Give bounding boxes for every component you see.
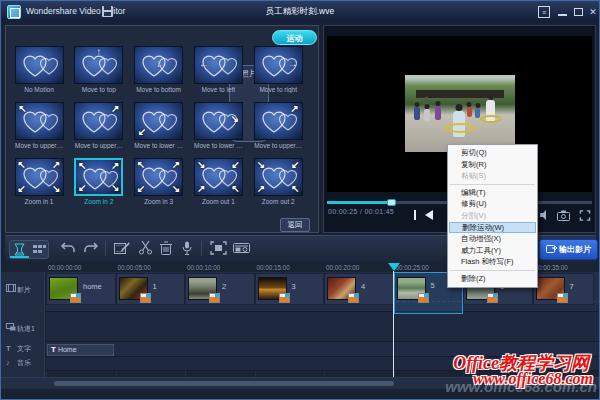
- motion-effects-panel: 照片运动 No Motion↑Move to top↓Move to botto…: [5, 25, 319, 233]
- effect-thumbnail[interactable]: ↖: [15, 102, 64, 140]
- delete-trash-icon[interactable]: [160, 241, 172, 255]
- undo-icon[interactable]: [61, 241, 76, 254]
- timeline-clip-home[interactable]: home: [46, 273, 116, 305]
- effect-thumbnail[interactable]: ↘↙↗↖: [194, 158, 243, 196]
- effect-thumbnail[interactable]: ↖↗↙↘: [134, 158, 183, 196]
- effect-label: Move to lower …: [190, 142, 246, 149]
- window-menu-icon[interactable]: ≡: [538, 6, 550, 18]
- menu-item[interactable]: 复制(R): [448, 159, 537, 171]
- fullscreen-icon[interactable]: [579, 210, 591, 221]
- storyboard-view-button[interactable]: [30, 241, 49, 258]
- motion-arrow-icon: ↙: [138, 127, 146, 137]
- text-track[interactable]: [46, 342, 600, 357]
- pip-track[interactable]: [46, 312, 600, 342]
- ruler-label: 00:00:25:00: [396, 264, 429, 271]
- timeline-clip-2[interactable]: 2: [185, 273, 255, 305]
- volume-icon[interactable]: [540, 210, 551, 220]
- transition-badge-icon: [348, 293, 359, 303]
- ruler-label: 00:00:35:00: [535, 264, 568, 271]
- effect-thumbnail[interactable]: ↑: [74, 46, 123, 84]
- pip-icon[interactable]: [210, 241, 227, 255]
- effect-thumbnail[interactable]: ↘: [194, 102, 243, 140]
- clip-label: 3: [292, 282, 296, 291]
- close-button[interactable]: ✕: [587, 6, 599, 18]
- minimize-button[interactable]: [556, 6, 568, 18]
- clip-label: home: [83, 282, 102, 291]
- menu-item[interactable]: 删除(Z): [448, 273, 537, 285]
- playhead-handle[interactable]: [388, 263, 400, 271]
- effect-thumbnail[interactable]: →: [254, 46, 303, 84]
- ruler-label: 00:00:05:00: [118, 264, 151, 271]
- menu-item[interactable]: 威力工具(Y): [448, 245, 537, 257]
- motion-arrow-icon: ↗: [197, 184, 205, 194]
- record-microphone-icon[interactable]: [182, 241, 192, 256]
- music-track[interactable]: [46, 357, 600, 371]
- effect-thumbnail[interactable]: ↙: [134, 102, 183, 140]
- motion-arrow-icon: ↙: [137, 184, 145, 194]
- effect-move-to-lower-[interactable]: ↙Move to lower …: [131, 102, 187, 149]
- track-name: 影片: [17, 286, 31, 293]
- effect-move-to-lower-[interactable]: ↘Move to lower …: [190, 102, 246, 149]
- back-button[interactable]: 返回: [280, 218, 310, 232]
- effect-no-motion[interactable]: No Motion: [11, 46, 67, 93]
- clip-thumbnail: [49, 277, 78, 300]
- effect-zoom-in-3[interactable]: ↖↗↙↘Zoom in 3: [131, 158, 187, 205]
- effect-move-to-upper-[interactable]: ↖Move to upper…: [11, 102, 67, 149]
- effect-thumbnail[interactable]: ←: [194, 46, 243, 84]
- motion-arrow-icon: ↘: [197, 160, 205, 170]
- motion-arrow-icon: ↙: [232, 160, 240, 170]
- timeline-clip-3[interactable]: 3: [255, 273, 325, 305]
- menu-item[interactable]: Flash 和特写(F): [448, 256, 537, 268]
- maximize-button[interactable]: [572, 6, 584, 18]
- effect-zoom-in-1[interactable]: ↖↗↙↘Zoom in 1: [11, 158, 67, 205]
- effect-thumbnail[interactable]: ↗: [254, 102, 303, 140]
- timeline-scrollbar-thumb[interactable]: [54, 381, 394, 386]
- timeline-clip-1[interactable]: 1: [116, 273, 186, 305]
- effect-thumbnail[interactable]: ↖↗↙↘: [74, 158, 123, 196]
- clip-thumbnail: [536, 277, 565, 300]
- timeline-clip-7[interactable]: 7: [533, 273, 594, 305]
- effect-move-to-left[interactable]: ←Move to left: [190, 46, 246, 93]
- effect-thumbnail[interactable]: ↖↗↙↘: [15, 158, 64, 196]
- effect-thumbnail[interactable]: [15, 46, 64, 84]
- scissors-cut-icon[interactable]: [139, 241, 152, 255]
- snapshot-camera-icon[interactable]: [557, 210, 570, 221]
- effect-move-to-top[interactable]: ↑Move to top: [71, 46, 127, 93]
- effect-zoom-out-1[interactable]: ↘↙↗↖Zoom out 1: [190, 158, 246, 205]
- effect-move-to-right[interactable]: →Move to right: [250, 46, 306, 93]
- motion-arrow-icon: ↓: [156, 59, 161, 69]
- effect-zoom-in-2[interactable]: ↖↗↙↘Zoom in 2: [71, 158, 127, 205]
- transition-badge-icon: [140, 293, 151, 303]
- effect-thumbnail[interactable]: ↗: [74, 102, 123, 140]
- effect-zoom-out-2[interactable]: ↘↙↗↖Zoom out 2: [250, 158, 306, 205]
- seekbar-handle[interactable]: [387, 199, 396, 206]
- effect-thumbnail[interactable]: ↓: [134, 46, 183, 84]
- menu-item[interactable]: 删除运动(W): [449, 222, 536, 234]
- export-movie-button[interactable]: 输出影片: [539, 239, 598, 260]
- effect-move-to-bottom[interactable]: ↓Move to bottom: [131, 46, 187, 93]
- previous-frame-icon[interactable]: [425, 210, 433, 220]
- effect-move-to-upper-[interactable]: ↗Move to upper…: [71, 102, 127, 149]
- effect-label: Zoom out 1: [190, 198, 246, 205]
- film-camera-icon[interactable]: [233, 241, 250, 255]
- edit-clip-icon[interactable]: [114, 241, 130, 256]
- effect-thumbnail[interactable]: ↘↙↗↖: [254, 158, 303, 196]
- menu-item[interactable]: 修剪(U): [448, 198, 537, 210]
- track-label-2: 轨道1: [6, 323, 35, 334]
- menu-item[interactable]: 编辑(T): [448, 187, 537, 199]
- track-label-3: T文字: [6, 344, 31, 354]
- motion-arrow-icon: ↗: [172, 160, 180, 170]
- motion-arrow-icon: ↗: [111, 161, 119, 171]
- text-clip[interactable]: THome: [47, 344, 114, 356]
- menu-item[interactable]: 剪切(Q): [448, 147, 537, 159]
- menu-item[interactable]: 自动增强(X): [448, 233, 537, 245]
- timeline-clip-4[interactable]: 4: [324, 273, 394, 305]
- document-title: 员工精彩时刻.wve: [1, 6, 599, 18]
- transition-badge-icon: [279, 293, 290, 303]
- menu-separator: [450, 184, 535, 185]
- playhead-line: [393, 271, 394, 377]
- effect-move-to-upper-[interactable]: ↗Move to upper…: [250, 102, 306, 149]
- redo-icon[interactable]: [83, 241, 98, 254]
- motion-arrow-icon: ↘: [111, 183, 119, 193]
- timeline-view-button[interactable]: [10, 241, 29, 258]
